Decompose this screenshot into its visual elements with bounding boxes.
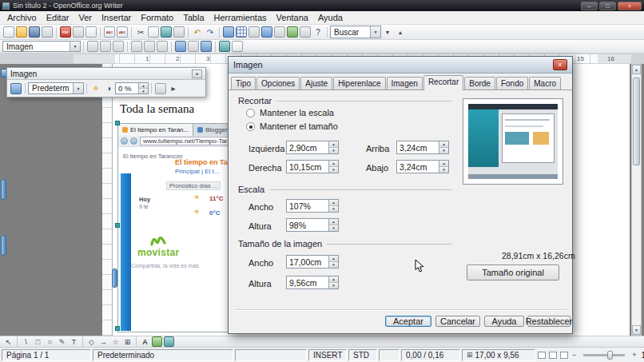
minimize-button[interactable]: – xyxy=(581,2,598,10)
menu-formato[interactable]: Formato xyxy=(136,11,178,24)
format-paintbrush-icon[interactable] xyxy=(173,26,185,38)
line-style-icon[interactable] xyxy=(188,41,199,52)
menu-editar[interactable]: Editar xyxy=(42,11,74,24)
panel-close-icon[interactable]: × xyxy=(192,70,202,78)
spin-up-icon[interactable]: ▲ xyxy=(329,141,338,147)
scroll-down-icon[interactable]: ▼ xyxy=(632,325,641,335)
align-center-icon[interactable] xyxy=(144,41,155,52)
menu-insertar[interactable]: Insertar xyxy=(97,11,136,24)
spin-down-icon[interactable]: ▼ xyxy=(329,205,338,212)
tab-macro[interactable]: Macro xyxy=(529,77,561,90)
chevron-down-icon[interactable]: ▼ xyxy=(370,26,380,38)
scale-height-input[interactable]: 98% ▲▼ xyxy=(286,218,339,232)
freeform-tool-icon[interactable]: ✎ xyxy=(57,336,67,347)
view-book-icon[interactable] xyxy=(560,352,568,359)
chevron-down-icon[interactable]: ▼ xyxy=(70,42,80,51)
chevron-down-icon[interactable]: ▼ xyxy=(73,83,83,93)
crop-right-input[interactable]: 10,15cm ▲▼ xyxy=(286,160,339,173)
image-panel-titlebar[interactable]: Imagen × xyxy=(7,68,205,80)
flowchart-icon[interactable]: ⊞ xyxy=(122,336,133,347)
insert-image-icon[interactable] xyxy=(152,336,162,347)
align-left-icon[interactable] xyxy=(131,41,142,52)
stars-icon[interactable]: ☆ xyxy=(110,336,121,347)
tab-ajuste[interactable]: Ajuste xyxy=(300,77,332,90)
borders-icon[interactable] xyxy=(175,41,186,52)
spin-up-icon[interactable]: ▲ xyxy=(329,200,338,205)
zoom-in-icon[interactable]: + xyxy=(630,351,638,359)
menu-ayuda[interactable]: Ayuda xyxy=(313,11,348,24)
zoom-out-icon[interactable]: − xyxy=(570,351,578,359)
spin-down-icon[interactable]: ▼ xyxy=(139,88,148,93)
flip-horizontal-icon[interactable] xyxy=(155,83,166,94)
zoom-slider-thumb[interactable] xyxy=(607,351,613,360)
find-previous-icon[interactable]: ▲ xyxy=(395,26,406,38)
crop-icon[interactable] xyxy=(219,41,230,52)
spin-up-icon[interactable]: ▲ xyxy=(329,256,338,261)
basic-shapes-icon[interactable]: ◇ xyxy=(86,336,97,347)
document-heading[interactable]: Toda la semana xyxy=(120,102,194,116)
tab-borde[interactable]: Borde xyxy=(464,77,495,90)
maximize-button[interactable]: □ xyxy=(599,2,616,10)
status-page-style[interactable]: Predeterminado xyxy=(93,349,233,361)
status-selection-mode[interactable]: STD xyxy=(348,349,377,361)
wrap-off-icon[interactable] xyxy=(87,41,98,52)
help-button[interactable]: Ayuda xyxy=(484,316,524,327)
scrollbar-thumb[interactable] xyxy=(633,78,640,165)
block-arrows-icon[interactable]: → xyxy=(98,336,109,347)
open-icon[interactable] xyxy=(16,26,27,38)
wrap-through-icon[interactable] xyxy=(113,41,124,52)
reset-button[interactable]: Restablecer xyxy=(527,316,570,327)
scale-width-input[interactable]: 107% ▲▼ xyxy=(286,199,339,213)
view-multi-icon[interactable] xyxy=(549,352,557,359)
zoom-slider[interactable] xyxy=(583,354,625,356)
size-width-input[interactable]: 17,00cm ▲▼ xyxy=(286,255,339,269)
spin-down-icon[interactable]: ▼ xyxy=(329,147,338,153)
spin-up-icon[interactable]: ▲ xyxy=(329,276,338,282)
vertical-ruler[interactable] xyxy=(102,64,113,336)
transparency-input[interactable]: 0 % ▲▼ xyxy=(115,82,149,94)
spellcheck-icon[interactable]: ABC xyxy=(104,26,115,38)
tab-fondo[interactable]: Fondo xyxy=(496,77,528,90)
spin-down-icon[interactable]: ▼ xyxy=(329,166,338,173)
auto-spellcheck-icon[interactable]: ABC xyxy=(117,26,128,38)
frame-properties-icon[interactable] xyxy=(232,41,243,52)
align-right-icon[interactable] xyxy=(157,41,168,52)
spin-down-icon[interactable]: ▼ xyxy=(439,147,448,153)
ellipse-tool-icon[interactable]: ○ xyxy=(45,336,55,347)
accept-button[interactable]: Aceptar xyxy=(385,316,431,327)
save-icon[interactable] xyxy=(29,26,40,38)
style-select[interactable]: Imagen ▼ xyxy=(2,41,81,52)
menu-tabla[interactable]: Tabla xyxy=(178,11,209,24)
zoom-level[interactable]: 110% xyxy=(642,351,644,360)
print-icon[interactable] xyxy=(73,26,84,38)
help-icon[interactable]: ? xyxy=(312,26,324,38)
email-icon[interactable] xyxy=(42,26,53,38)
tab-opciones[interactable]: Opciones xyxy=(256,77,300,90)
cut-icon[interactable]: ✂ xyxy=(135,26,146,38)
find-replace-icon[interactable] xyxy=(261,26,272,38)
tab-recortar[interactable]: Recortar xyxy=(423,75,463,90)
brightness-icon[interactable]: ☀ xyxy=(90,83,101,94)
paste-icon[interactable] xyxy=(161,26,172,38)
gallery-icon[interactable] xyxy=(287,26,298,38)
spin-up-icon[interactable]: ▲ xyxy=(439,141,448,147)
undo-icon[interactable]: ↶ xyxy=(192,26,203,38)
menu-ver[interactable]: Ver xyxy=(74,11,97,24)
rectangle-tool-icon[interactable]: □ xyxy=(33,336,43,347)
redo-icon[interactable]: ↷ xyxy=(205,26,216,38)
more-tools-icon[interactable]: ▸ xyxy=(168,83,179,94)
view-single-icon[interactable] xyxy=(538,352,546,359)
original-size-button[interactable]: Tamaño original xyxy=(467,265,559,280)
scroll-up-icon[interactable]: ▲ xyxy=(632,65,641,74)
export-pdf-icon[interactable]: PDF xyxy=(60,26,71,38)
tab-imagen[interactable]: Imagen xyxy=(387,77,423,90)
keep-scale-radio[interactable]: Mantener la escala xyxy=(246,108,334,117)
spin-up-icon[interactable]: ▲ xyxy=(329,161,338,166)
find-next-icon[interactable]: ▼ xyxy=(382,26,393,38)
draw-functions-icon[interactable] xyxy=(248,26,260,38)
copy-icon[interactable] xyxy=(148,26,159,38)
image-from-file-icon[interactable] xyxy=(10,83,22,94)
extrusion-icon[interactable] xyxy=(164,336,174,347)
menu-herramientas[interactable]: Herramientas xyxy=(209,11,272,24)
cancel-button[interactable]: Cancelar xyxy=(435,316,480,327)
